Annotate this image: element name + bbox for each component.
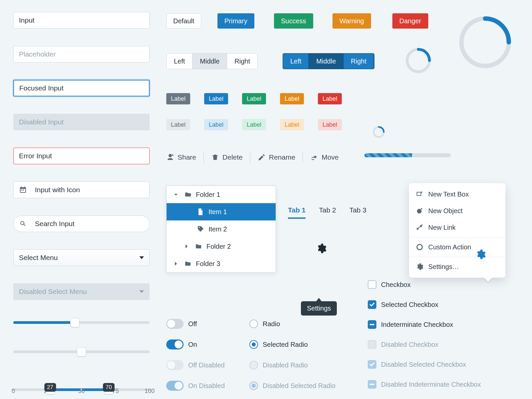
switch-label: Off — [188, 320, 197, 328]
separator — [250, 152, 250, 163]
checkbox-selected-row: Selected Checkbox — [368, 297, 481, 312]
circle-outline-icon — [416, 243, 424, 251]
switch-off-disabled-row: Off Disabled — [166, 358, 225, 372]
spinner-large — [456, 13, 515, 72]
tab-3[interactable]: Tab 3 — [349, 206, 366, 219]
tag-danger-soft: Label — [318, 119, 342, 130]
folder-open-icon — [184, 191, 192, 199]
tooltip: Settings — [301, 301, 337, 316]
success-button[interactable]: Success — [274, 13, 313, 29]
segment-middle[interactable]: Middle — [193, 54, 227, 69]
slider-value-low: 27 — [44, 383, 56, 392]
checkbox-indeterminate-row: Indeterminate Checkbox — [368, 317, 481, 332]
tag-grey-soft: Label — [166, 119, 190, 130]
checkbox-disabled-indeterminate-row: Disabled Indeterminate Checkbox — [368, 377, 481, 392]
tab-2[interactable]: Tab 2 — [319, 206, 336, 219]
slider-centered[interactable] — [13, 347, 150, 356]
tree-item-2[interactable]: Item 2 — [167, 220, 276, 238]
menu-new-link[interactable]: New Link — [409, 219, 505, 236]
tree-label: Folder 1 — [196, 191, 220, 199]
context-menu: New Text Box New Object New Link Custom … — [409, 183, 505, 278]
radio-label: Selected Radio — [263, 341, 308, 348]
primary-button[interactable]: Primary — [217, 13, 254, 29]
tree-view: Folder 1 Item 1 Item 2 Folder 2 Folder 3 — [166, 186, 276, 273]
radio-unselected[interactable] — [249, 320, 258, 328]
warning-button[interactable]: Warning — [332, 13, 371, 29]
menu-settings[interactable]: Settings… — [409, 258, 505, 275]
radio-selected[interactable] — [249, 340, 258, 349]
tree-label: Item 2 — [208, 225, 227, 233]
tag-primary-soft: Label — [204, 119, 228, 130]
tree-label: Item 1 — [208, 208, 227, 216]
tag-danger: Label — [318, 93, 342, 104]
switch-off-disabled — [166, 360, 184, 370]
gear-icon[interactable] — [475, 249, 486, 260]
slider-thumb[interactable] — [77, 347, 86, 356]
default-button[interactable]: Default — [166, 13, 201, 29]
tag-icon — [197, 225, 204, 233]
segmented-control-dark: Left Middle Right — [283, 53, 374, 69]
text-input[interactable]: Input — [13, 12, 150, 29]
switch-label: On Disabled — [188, 382, 225, 390]
toolbar: Share Delete Rename Move — [166, 152, 339, 163]
tag-success-soft: Label — [242, 119, 266, 130]
progress-bar — [364, 153, 451, 157]
radio-disabled — [249, 361, 258, 369]
focused-input[interactable]: Focused Input — [13, 80, 150, 96]
switch-off[interactable] — [166, 319, 184, 329]
menu-new-text[interactable]: New Text Box — [409, 186, 505, 202]
switch-label: On — [188, 341, 197, 348]
tree-folder-1[interactable]: Folder 1 — [167, 186, 276, 203]
menu-custom-action[interactable]: Custom Action — [409, 239, 505, 255]
segment-left[interactable]: Left — [283, 54, 309, 69]
placeholder-input[interactable]: Placeholder — [13, 46, 150, 63]
textbox-plus-icon — [416, 190, 424, 198]
checkbox-indeterminate[interactable] — [368, 320, 376, 329]
switch-on-disabled-row: On Disabled — [166, 378, 225, 393]
share-action[interactable]: Share — [166, 153, 196, 161]
radio-disabled-selected — [249, 381, 258, 390]
trash-icon — [211, 153, 219, 161]
rename-action[interactable]: Rename — [258, 153, 295, 161]
slider-single[interactable] — [13, 318, 150, 327]
checkbox-disabled-indeterminate — [368, 380, 376, 389]
tab-1[interactable]: Tab 1 — [288, 206, 306, 219]
delete-action[interactable]: Delete — [211, 153, 243, 161]
segment-middle[interactable]: Middle — [309, 54, 343, 69]
checkbox[interactable] — [368, 280, 376, 289]
search-icon — [19, 220, 31, 228]
select-menu-disabled: Disabled Select Menu — [13, 283, 150, 300]
tree-folder-3[interactable]: Folder 3 — [167, 255, 276, 272]
move-action[interactable]: Move — [310, 153, 338, 161]
radio-label: Disabled Radio — [263, 361, 308, 369]
slider-range[interactable]: 0 25 50 75 100 27 70 — [13, 380, 150, 399]
icon-input[interactable]: Input with Icon — [13, 182, 150, 198]
tree-folder-2[interactable]: Folder 2 — [167, 238, 276, 255]
error-input[interactable]: Error Input — [13, 148, 150, 164]
checkbox-disabled — [368, 340, 376, 349]
radio-disabled-selected-row: Disabled Selected Radio — [249, 378, 335, 393]
slider-value-high: 70 — [103, 383, 115, 392]
radio-label: Radio — [263, 320, 280, 328]
spinner-medium — [404, 47, 432, 74]
segment-right[interactable]: Right — [343, 54, 374, 69]
checkbox-selected[interactable] — [368, 300, 376, 309]
switch-on-disabled — [166, 381, 184, 391]
slider-thumb[interactable] — [70, 318, 79, 327]
segment-right[interactable]: Right — [227, 54, 257, 69]
folder-icon — [195, 242, 202, 250]
switch-on[interactable] — [166, 339, 184, 349]
action-label: Share — [178, 153, 196, 161]
segment-left[interactable]: Left — [167, 54, 193, 69]
checkbox-label: Selected Checkbox — [381, 301, 438, 309]
file-icon — [197, 208, 204, 216]
menu-new-object[interactable]: New Object — [409, 202, 505, 219]
move-icon — [310, 153, 318, 161]
danger-button[interactable]: Danger — [392, 13, 428, 29]
gear-icon[interactable] — [316, 243, 327, 254]
search-input[interactable]: Search Input — [13, 215, 150, 232]
tree-item-1[interactable]: Item 1 — [167, 203, 276, 220]
select-menu[interactable]: Select Menu — [13, 249, 150, 266]
tree-label: Folder 3 — [196, 260, 220, 268]
checkbox-disabled-selected — [368, 360, 376, 369]
